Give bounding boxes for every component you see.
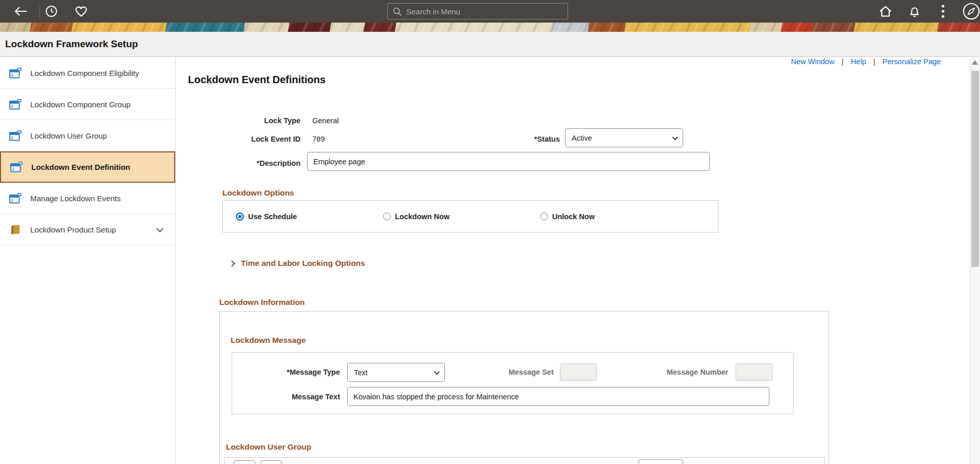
notifications-button[interactable]: [903, 0, 926, 23]
unlock-now-label: Unlock Now: [552, 212, 595, 221]
component-page-icon: [9, 193, 22, 204]
lockdown-user-group-heading: Lockdown User Group: [226, 442, 311, 452]
message-type-label: *Message Type: [237, 368, 340, 376]
status-label: *Status: [457, 135, 560, 143]
content-title: Lockdown Event Definitions: [188, 74, 326, 86]
chevron-down-icon: [434, 369, 440, 374]
status-select-value: Active: [572, 134, 592, 142]
actions-menu-button[interactable]: [933, 0, 953, 23]
message-type-select-value: Text: [354, 369, 368, 377]
user-group-button-3[interactable]: [638, 459, 683, 464]
decorative-banner: [0, 23, 980, 32]
sidebar-item-lockdown-product-setup[interactable]: Lockdown Product Setup: [0, 214, 175, 245]
page-header: Lockdown Framework Setup: [0, 32, 980, 57]
description-label: *Description: [198, 159, 300, 167]
recent-history-button[interactable]: [40, 0, 63, 23]
sidebar-item-label: Lockdown User Group: [30, 131, 107, 140]
message-text-input-value: Kovaion has stopped the process for Main…: [353, 393, 519, 401]
message-type-select[interactable]: Text: [347, 363, 445, 382]
home-icon: [878, 5, 893, 18]
compass-icon: [962, 2, 980, 21]
time-labor-options-label: Time and Labor Locking Options: [241, 259, 365, 268]
back-button[interactable]: [9, 0, 32, 23]
description-input-value: Employee page: [313, 158, 365, 166]
page-action-links: New Window | Help | Personalize Page: [791, 57, 970, 66]
use-schedule-radio[interactable]: [236, 212, 244, 221]
lock-type-label: Lock Type: [198, 117, 300, 125]
lockdown-now-radio[interactable]: [383, 212, 391, 220]
kebab-menu-icon: [941, 4, 945, 18]
page-title: Lockdown Framework Setup: [0, 38, 138, 50]
sidebar-item-label: Lockdown Component Eligibility: [30, 69, 139, 78]
home-button[interactable]: [874, 0, 897, 23]
link-separator: |: [873, 57, 875, 66]
status-select[interactable]: Active: [565, 128, 683, 147]
new-window-link[interactable]: New Window: [791, 57, 835, 66]
component-page-icon: [9, 130, 22, 141]
sidebar-item-label: Lockdown Event Definition: [31, 163, 130, 171]
lockdown-now-label: Lockdown Now: [395, 212, 449, 221]
lockdown-message-heading: Lockdown Message: [231, 336, 306, 345]
sidebar-item-lockdown-component-group[interactable]: Lockdown Component Group: [0, 89, 175, 120]
back-arrow-icon: [13, 6, 28, 17]
sidebar-item-label: Lockdown Component Group: [30, 100, 130, 109]
lockdown-options-heading: Lockdown Options: [222, 188, 294, 198]
message-set-input: [560, 363, 597, 381]
component-page-icon: [10, 162, 23, 172]
scrollbar-up-arrow-icon[interactable]: [972, 60, 978, 65]
component-page-icon: [9, 99, 22, 110]
message-number-input: [736, 363, 772, 381]
chevron-down-icon: [672, 134, 678, 140]
search-icon: [393, 7, 402, 16]
personalize-page-link[interactable]: Personalize Page: [882, 57, 941, 66]
sidebar-item-lockdown-user-group[interactable]: Lockdown User Group: [0, 120, 175, 151]
user-group-button-1[interactable]: [234, 460, 255, 464]
message-set-label: Message Set: [451, 368, 554, 376]
use-schedule-label: Use Schedule: [248, 212, 297, 221]
clock-icon: [45, 5, 58, 18]
lock-event-id-value: 789: [312, 135, 325, 143]
lockdown-user-group-box: [224, 457, 825, 464]
topbar: Search in Menu: [0, 0, 980, 23]
lockdown-information-heading: Lockdown Information: [219, 298, 305, 307]
sidebar-item-label: Lockdown Product Setup: [30, 225, 116, 234]
folder-icon: [9, 224, 22, 235]
navbar-button[interactable]: [961, 0, 980, 23]
bell-icon: [908, 5, 921, 18]
search-placeholder: Search in Menu: [406, 7, 460, 16]
chevron-down-icon: [156, 225, 163, 233]
user-group-button-2[interactable]: [260, 460, 282, 464]
sidebar-item-manage-lockdown-events[interactable]: Manage Lockdown Events: [0, 183, 175, 214]
sidebar-item-lockdown-component-eligibility[interactable]: Lockdown Component Eligibility: [0, 57, 175, 89]
favorites-button[interactable]: [70, 0, 92, 23]
chevron-right-icon: [229, 260, 235, 267]
message-text-input[interactable]: Kovaion has stopped the process for Main…: [347, 387, 769, 406]
link-separator: |: [842, 57, 844, 66]
message-text-label: Message Text: [237, 393, 340, 401]
unlock-now-radio[interactable]: [540, 212, 548, 220]
sidebar-item-label: Manage Lockdown Events: [30, 194, 121, 203]
scrollbar-thumb[interactable]: [971, 71, 979, 267]
heart-icon: [74, 5, 88, 18]
screen: Search in Menu: [0, 0, 980, 464]
message-number-label: Message Number: [626, 368, 728, 376]
search-input[interactable]: Search in Menu: [387, 3, 568, 20]
sidebar-item-lockdown-event-definition[interactable]: Lockdown Event Definition: [0, 151, 175, 183]
lock-type-value: General: [312, 117, 339, 125]
sidebar: Lockdown Component Eligibility Lockdown …: [0, 57, 176, 464]
component-page-icon: [9, 68, 22, 79]
description-input[interactable]: Employee page: [307, 152, 710, 171]
time-labor-options-expander[interactable]: Time and Labor Locking Options: [230, 259, 365, 268]
lock-event-id-label: Lock Event ID: [198, 135, 300, 143]
help-link[interactable]: Help: [851, 57, 866, 66]
